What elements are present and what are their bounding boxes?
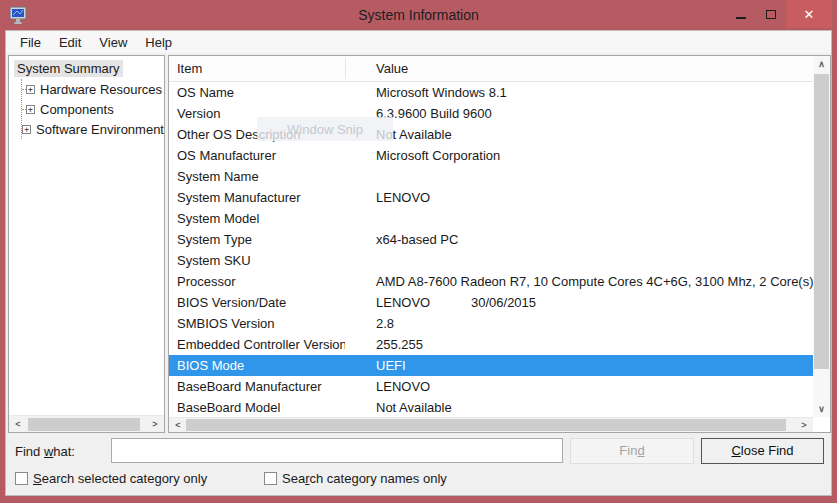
table-row[interactable]: BaseBoard ManufacturerLENOVO	[169, 376, 813, 397]
hscroll-thumb[interactable]	[186, 419, 786, 431]
search-selected-category-label: Search selected category only	[33, 471, 207, 486]
table-row[interactable]: SMBIOS Version2.8	[169, 313, 813, 334]
row-item-cell: BaseBoard Model	[169, 397, 345, 417]
table-row[interactable]: OS NameMicrosoft Windows 8.1	[169, 82, 813, 103]
tree-item-label: Components	[40, 102, 114, 117]
table-row[interactable]: System Typex64-based PC	[169, 229, 813, 250]
expand-icon[interactable]: +	[26, 85, 35, 94]
tree-item-label: Software Environment	[36, 122, 164, 137]
details-vertical-scrollbar[interactable]: ∧ ∨	[813, 56, 830, 417]
row-item-cell: System SKU	[169, 250, 345, 271]
row-value-cell: LENOVO30/06/2015	[345, 292, 536, 313]
row-value-cell: Microsoft Windows 8.1	[345, 82, 507, 103]
column-divider[interactable]	[345, 58, 346, 79]
maximize-button[interactable]	[756, 0, 786, 28]
row-item-cell: SMBIOS Version	[169, 313, 345, 334]
tree-item-system-summary[interactable]: System Summary	[14, 60, 123, 77]
menu-item-edit[interactable]: Edit	[50, 33, 90, 52]
row-item-cell: OS Name	[169, 82, 345, 103]
row-item-cell: System Type	[169, 229, 345, 250]
window-content: FileEditViewHelp System Summary +Hardwar…	[0, 30, 837, 503]
row-item-cell: Embedded Controller Version	[169, 334, 345, 355]
scroll-left-icon[interactable]: <	[171, 418, 185, 432]
close-icon: ✕	[804, 7, 815, 22]
titlebar[interactable]: System Information ✕	[0, 0, 837, 30]
find-what-label: Find what:	[15, 444, 75, 459]
details-panel: Item Value OS NameMicrosoft Windows 8.1V…	[168, 55, 831, 433]
find-bar: Find what: Find Close Find Search select…	[6, 433, 831, 495]
row-value-cell: x64-based PC	[345, 229, 471, 250]
table-row[interactable]: System SKU	[169, 250, 813, 271]
table-row[interactable]: System Model	[169, 208, 813, 229]
scroll-down-icon[interactable]: ∨	[813, 401, 830, 417]
expand-icon[interactable]: +	[26, 105, 35, 114]
vscroll-thumb[interactable]	[814, 74, 829, 369]
row-value-cell: LENOVO	[345, 187, 471, 208]
window-snip-ghost: Window Snip	[257, 117, 393, 141]
minimize-button[interactable]	[726, 0, 756, 28]
search-category-names-label: Search category names only	[282, 471, 447, 486]
row-value-cell: UEFI	[345, 355, 471, 376]
row-value-cell	[345, 166, 471, 187]
find-button[interactable]: Find	[570, 438, 694, 464]
menu-bar: FileEditViewHelp	[6, 31, 831, 53]
tree-horizontal-scrollbar[interactable]: < >	[9, 415, 164, 432]
row-item-cell: BaseBoard Manufacturer	[169, 376, 345, 397]
scroll-up-icon[interactable]: ∧	[813, 56, 830, 72]
menu-item-help[interactable]: Help	[136, 33, 181, 52]
details-horizontal-scrollbar[interactable]: < >	[169, 417, 813, 432]
expand-icon[interactable]: +	[22, 125, 31, 134]
table-row[interactable]: BaseBoard ModelNot Available	[169, 397, 813, 417]
table-row[interactable]: BIOS Version/DateLENOVO30/06/2015	[169, 292, 813, 313]
row-value-cell	[345, 250, 471, 271]
search-category-names-checkbox[interactable]	[264, 472, 277, 485]
scroll-right-icon[interactable]: >	[797, 418, 811, 432]
minimize-icon	[736, 17, 746, 19]
table-row[interactable]: ProcessorAMD A8-7600 Radeon R7, 10 Compu…	[169, 271, 813, 292]
row-value-cell: AMD A8-7600 Radeon R7, 10 Compute Cores …	[345, 271, 813, 292]
close-find-button[interactable]: Close Find	[701, 438, 824, 464]
row-item-cell: Processor	[169, 271, 345, 292]
maximize-icon	[766, 10, 776, 19]
menu-item-view[interactable]: View	[90, 33, 136, 52]
column-header-value[interactable]: Value	[376, 56, 408, 81]
tree-hscroll-thumb[interactable]	[28, 418, 140, 431]
system-information-window: System Information ✕ FileEditViewHelp Sy…	[0, 0, 837, 503]
find-input[interactable]	[111, 438, 563, 463]
scroll-left-icon[interactable]: <	[11, 416, 25, 432]
table-row[interactable]: System ManufacturerLENOVO	[169, 187, 813, 208]
row-value-cell	[345, 208, 471, 229]
row-value-cell: LENOVO	[345, 376, 471, 397]
scroll-right-icon[interactable]: >	[148, 416, 162, 432]
row-item-cell: BIOS Version/Date	[169, 292, 345, 313]
close-button[interactable]: ✕	[786, 0, 832, 28]
row-value-cell: 255.255	[345, 334, 471, 355]
row-value-cell: 2.8	[345, 313, 471, 334]
table-row[interactable]: OS ManufacturerMicrosoft Corporation	[169, 145, 813, 166]
menu-item-file[interactable]: File	[11, 33, 50, 52]
tree-item-label: Hardware Resources	[40, 82, 162, 97]
window-title: System Information	[0, 0, 837, 30]
row-item-cell: System Model	[169, 208, 345, 229]
tree-item-components[interactable]: +Components	[22, 99, 164, 119]
table-row[interactable]: Embedded Controller Version255.255	[169, 334, 813, 355]
row-value-cell: Microsoft Corporation	[345, 145, 500, 166]
row-item-cell: System Name	[169, 166, 345, 187]
row-item-cell: OS Manufacturer	[169, 145, 345, 166]
list-header[interactable]: Item Value	[169, 56, 830, 82]
table-row[interactable]: BIOS ModeUEFI	[169, 355, 813, 376]
search-selected-category-checkbox[interactable]	[15, 472, 28, 485]
row-item-cell: BIOS Mode	[169, 355, 345, 376]
category-tree-panel: System Summary +Hardware Resources+Compo…	[8, 55, 165, 433]
tree-item-hardware-resources[interactable]: +Hardware Resources	[22, 79, 164, 99]
row-item-cell: System Manufacturer	[169, 187, 345, 208]
tree-item-software-environment[interactable]: +Software Environment	[22, 119, 164, 139]
row-value-cell: Not Available	[345, 397, 471, 417]
column-header-item[interactable]: Item	[177, 56, 202, 81]
table-row[interactable]: System Name	[169, 166, 813, 187]
